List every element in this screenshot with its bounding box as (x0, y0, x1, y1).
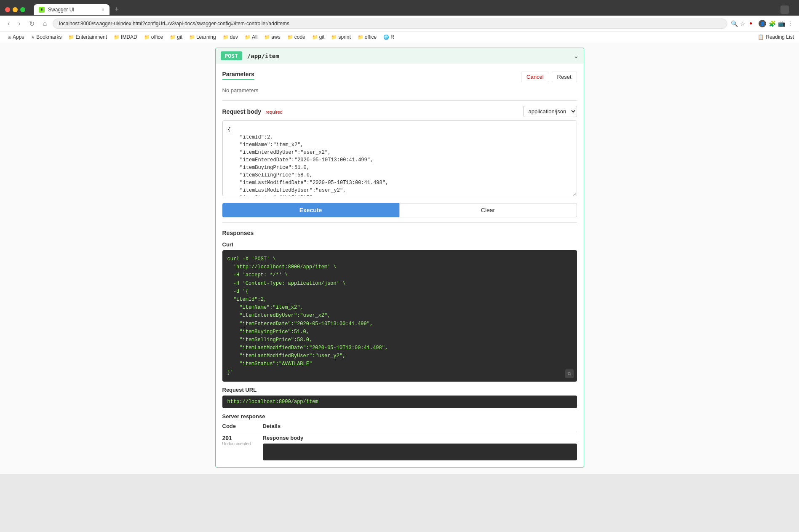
response-row: 201 Undocumented Response body (222, 435, 577, 460)
tab-extras (780, 5, 794, 14)
bookmark-git2[interactable]: 📁 git (310, 33, 327, 41)
tab-favicon: S (39, 7, 45, 13)
tab-title: Swagger UI (48, 7, 98, 13)
active-tab[interactable]: S Swagger UI × (34, 4, 110, 15)
parameters-title: Parameters (222, 71, 254, 80)
curl-section: Curl curl -X 'POST' \ 'http://localhost:… (222, 241, 577, 382)
action-buttons: Execute Clear (222, 203, 577, 217)
server-response-section: Server response Code Details 201 Undocum… (222, 413, 577, 460)
shield-icon[interactable]: ● (749, 20, 756, 27)
request-url-section: Request URL http://localhost:8000/app/it… (222, 387, 577, 408)
search-icon[interactable]: 🔍 (731, 20, 738, 27)
main-content: POST /app/item ⌄ Parameters Cancel Reset… (0, 43, 799, 474)
minimize-window-button[interactable] (13, 7, 18, 12)
clear-button[interactable]: Clear (399, 203, 577, 217)
new-tab-button[interactable]: + (113, 3, 121, 16)
address-icons: 🔍 ☆ ● 👤 🧩 📺 ⋮ (731, 20, 794, 27)
bookmark-office2[interactable]: 📁 office (355, 33, 379, 41)
bookmark-dev[interactable]: 📁 dev (220, 33, 241, 41)
response-details-cell: Response body (263, 435, 577, 460)
bookmark-git[interactable]: 📁 git (167, 33, 185, 41)
bookmark-office[interactable]: 📁 office (142, 33, 166, 41)
bookmarks-bar: ⊞ Apps ★ Bookmarks 📁 Entertainment 📁 IMD… (0, 31, 799, 43)
bookmark-aws[interactable]: 📁 aws (262, 33, 283, 41)
response-code-cell: 201 Undocumented (222, 435, 256, 460)
back-button[interactable]: ‹ (5, 19, 12, 28)
bookmark-bookmarks[interactable]: ★ Bookmarks (28, 33, 64, 41)
bookmark-sprint[interactable]: 📁 sprint (329, 33, 353, 41)
required-badge: required (266, 110, 283, 115)
bookmark-all[interactable]: 📁 All (242, 33, 260, 41)
reading-list-button[interactable]: 📋 Reading List (758, 34, 794, 40)
responses-title: Responses (222, 230, 577, 236)
bookmark-apps[interactable]: ⊞ Apps (5, 33, 27, 41)
request-body-label: Request body (222, 108, 262, 115)
details-header: Details (263, 423, 577, 429)
responses-section: Responses Curl curl -X 'POST' \ 'http://… (222, 230, 577, 460)
bookmark-learning[interactable]: 📁 Learning (187, 33, 219, 41)
json-body-editor[interactable] (222, 120, 577, 196)
curl-copy-button[interactable]: ⧉ (565, 369, 574, 378)
bookmark-star-icon[interactable]: ☆ (740, 20, 747, 27)
extensions-icon[interactable]: 🧩 (769, 20, 775, 27)
home-button[interactable]: ⌂ (40, 19, 50, 28)
address-bar: ‹ › ↻ ⌂ 🔍 ☆ ● 👤 🧩 📺 ⋮ (0, 16, 799, 31)
response-table-header: Code Details (222, 423, 577, 432)
close-window-button[interactable] (5, 7, 10, 12)
reset-button[interactable]: Reset (552, 72, 577, 82)
response-code-label: Undocumented (222, 441, 256, 446)
cast-icon[interactable]: 📺 (778, 20, 785, 27)
curl-code-text: curl -X 'POST' \ 'http://localhost:8000/… (227, 255, 572, 377)
no-parameters-text: No parameters (222, 87, 577, 94)
bookmark-entertainment[interactable]: 📁 Entertainment (66, 33, 110, 41)
endpoint-block: POST /app/item ⌄ Parameters Cancel Reset… (215, 48, 584, 468)
profile-icon[interactable]: 👤 (759, 20, 766, 27)
code-header: Code (222, 423, 256, 429)
method-badge: POST (221, 51, 242, 60)
request-body-header: Request body required application/json (222, 106, 577, 117)
response-body-content (263, 444, 577, 460)
chevron-up-icon: ⌄ (573, 52, 579, 60)
response-body-label: Response body (263, 435, 577, 441)
tab-close-button[interactable]: × (102, 7, 104, 13)
bookmark-code[interactable]: 📁 code (285, 33, 308, 41)
endpoint-header[interactable]: POST /app/item ⌄ (216, 48, 584, 64)
response-code-value: 201 (222, 435, 256, 441)
request-url-value: http://localhost:8000/app/item (222, 396, 577, 408)
execute-button[interactable]: Execute (222, 203, 399, 217)
server-response-title: Server response (222, 413, 577, 420)
curl-label: Curl (222, 241, 577, 248)
endpoint-path: /app/item (247, 53, 573, 59)
cancel-button[interactable]: Cancel (521, 72, 549, 82)
reload-button[interactable]: ↻ (27, 19, 37, 29)
bookmark-imdad[interactable]: 📁 IMDAD (111, 33, 140, 41)
menu-icon[interactable]: ⋮ (787, 20, 794, 27)
curl-code-block: curl -X 'POST' \ 'http://localhost:8000/… (222, 250, 577, 382)
forward-button[interactable]: › (16, 19, 23, 28)
request-url-label: Request URL (222, 387, 577, 393)
content-type-select[interactable]: application/json (523, 106, 577, 117)
address-input[interactable] (53, 19, 727, 29)
bookmark-r[interactable]: 🌐 R (381, 33, 397, 41)
maximize-window-button[interactable] (20, 7, 25, 12)
endpoint-body: Parameters Cancel Reset No parameters Re… (216, 64, 584, 467)
extensions-icon[interactable] (780, 5, 789, 14)
